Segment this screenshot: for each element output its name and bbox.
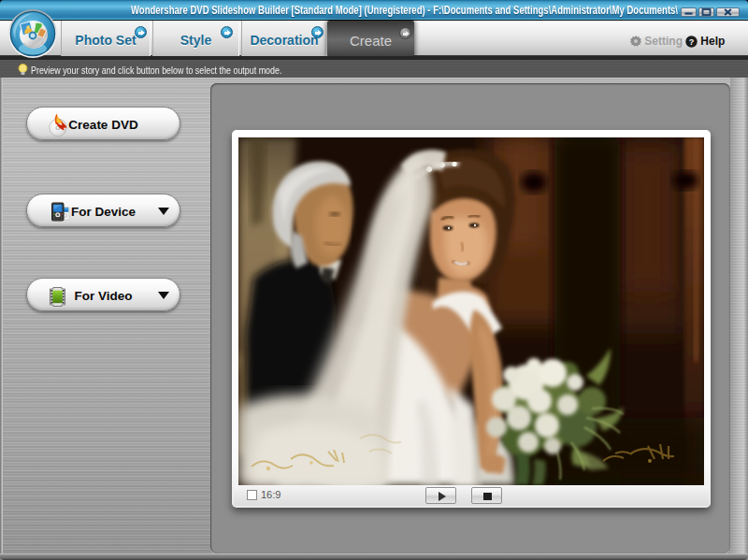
svg-text:?: ? <box>689 36 695 46</box>
